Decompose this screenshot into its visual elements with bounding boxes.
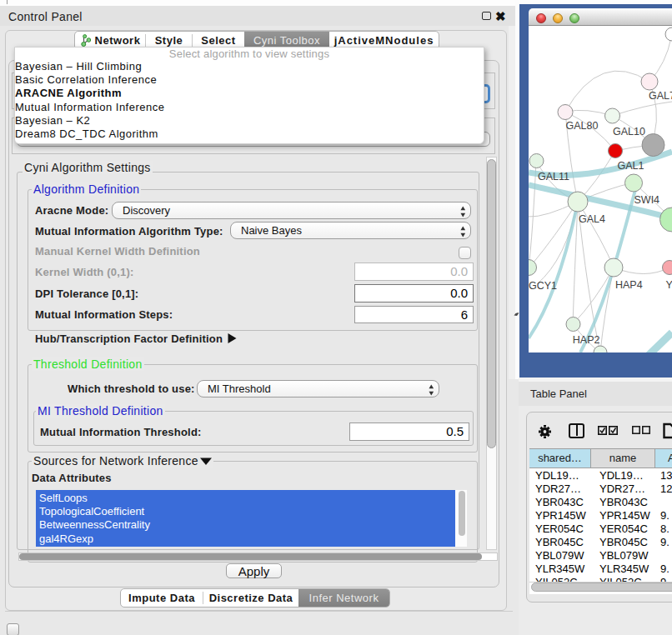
svg-text:Y: Y bbox=[666, 279, 672, 291]
svg-text:SWI4: SWI4 bbox=[634, 194, 660, 206]
svg-text:GCY1: GCY1 bbox=[529, 280, 557, 292]
svg-text:GAL10: GAL10 bbox=[613, 126, 645, 138]
svg-text:HAP2: HAP2 bbox=[573, 334, 600, 346]
svg-text:GAL1: GAL1 bbox=[618, 160, 644, 172]
svg-text:HAP4: HAP4 bbox=[615, 279, 643, 291]
svg-text:GAL11: GAL11 bbox=[538, 171, 569, 182]
svg-text:GAL80: GAL80 bbox=[566, 120, 599, 132]
svg-text:GAL4: GAL4 bbox=[579, 213, 605, 225]
svg-text:GAL7: GAL7 bbox=[649, 90, 672, 102]
